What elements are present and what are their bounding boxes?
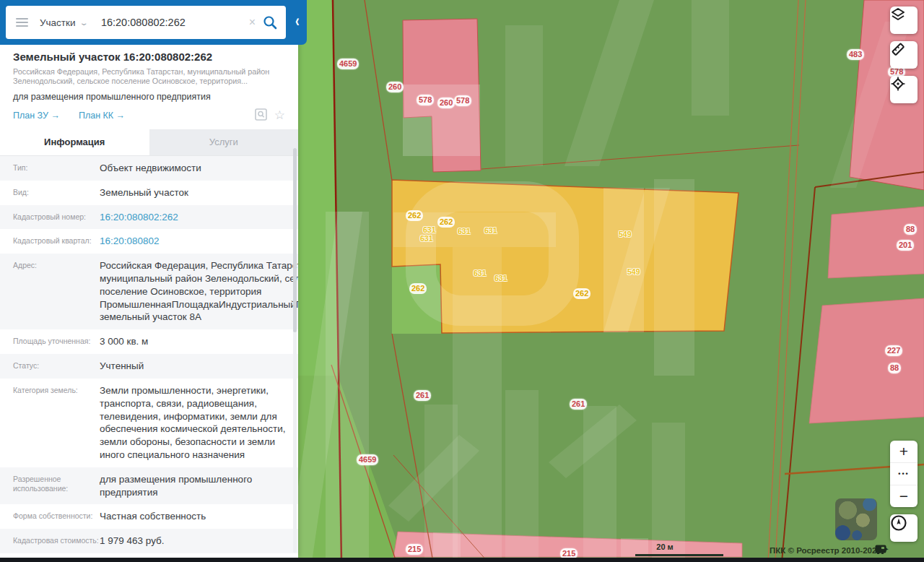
map-attribution: ПКК © Росреестр 2010-2024: [770, 546, 881, 555]
search-box: Участки ⌄ ×: [6, 6, 286, 39]
plan-links: План ЗУ → План КК → ☆: [13, 108, 285, 123]
parcel-subtitle: Российская Федерация, Республика Татарст…: [13, 67, 285, 87]
info-row: Кадастровый номер:16:20:080802:262: [0, 205, 298, 230]
scrollbar-thumb[interactable]: [293, 148, 297, 332]
row-label: Тип:: [13, 162, 100, 175]
preview-icon[interactable]: [255, 108, 267, 123]
row-value: для размещения промышленного предприятия: [100, 473, 288, 499]
row-label: Статус:: [13, 360, 100, 373]
parcel-label: 262: [409, 283, 427, 294]
menu-icon[interactable]: [16, 18, 28, 27]
row-label: Площадь уточненная:: [13, 335, 100, 348]
row-value: Учтенный: [100, 360, 288, 373]
parcel-label: 88: [904, 224, 917, 235]
parcel-label: 549: [618, 229, 632, 240]
attribution-icons: ✦: [875, 545, 896, 554]
row-value: Частная собственность: [100, 510, 288, 523]
zoom-out-button[interactable]: −: [890, 485, 918, 507]
parcel-label: 4659: [357, 454, 378, 465]
bottom-bar: [0, 558, 924, 562]
page-title: Земельный участок 16:20:080802:262: [13, 51, 285, 63]
parcel-label: 631: [494, 273, 508, 284]
info-row: Адрес:Российская Федерация, Республика Т…: [0, 254, 298, 329]
row-label: Категория земель:: [13, 384, 100, 462]
parcel-usage: для размещения промышленного предприятия: [13, 92, 285, 102]
info-row: Тип:Объект недвижимости: [0, 156, 298, 181]
tab-bar: Информация Услуги: [0, 129, 298, 156]
layers-button[interactable]: [890, 7, 918, 34]
info-row: Категория земель:Земли промышленности, э…: [0, 379, 298, 467]
info-row: Статус:Учтенный: [0, 354, 298, 379]
app-window: 4659260578260578483578882012278826126146…: [0, 0, 924, 562]
parcel-label: 215: [406, 544, 423, 555]
info-row: Кадастровая стоимость:1 979 463 руб.: [0, 529, 298, 553]
parcel-label: 227: [885, 345, 902, 356]
scale-bar-line: [635, 554, 723, 556]
info-row: Форма собственности:Частная собственност…: [0, 504, 298, 529]
parcel-label: 262: [437, 217, 455, 228]
parcel-label: 201: [897, 240, 914, 251]
search-icon[interactable]: [263, 15, 277, 30]
row-label: Адрес:: [13, 259, 100, 324]
zoom-in-button[interactable]: +: [890, 441, 918, 462]
parcel-label: 88: [888, 363, 901, 373]
parcel-label: 4659: [337, 59, 359, 69]
plan-kk-link[interactable]: План КК →: [79, 111, 125, 121]
row-value: Объект недвижимости: [100, 162, 288, 175]
search-category-label: Участки: [40, 17, 76, 28]
parcel-label: 631: [457, 226, 471, 237]
row-value-link[interactable]: 16:20:080802: [100, 235, 288, 248]
tab-services[interactable]: Услуги: [149, 129, 299, 155]
parcel-label: 578: [417, 95, 434, 105]
info-table: Тип:Объект недвижимостиВид:Земельный уча…: [0, 156, 298, 553]
row-value: Земли промышленности, энергетики, трансп…: [100, 384, 288, 462]
search-category-dropdown[interactable]: Участки ⌄: [40, 17, 87, 28]
search-header: Участки ⌄ × ‹: [0, 0, 307, 45]
info-row: Вид:Земельный участок: [0, 181, 298, 205]
parcel-label: 261: [570, 399, 587, 410]
row-label: Кадастровый квартал:: [13, 235, 100, 248]
info-row: Площадь уточненная:3 000 кв. м: [0, 329, 298, 354]
parcel-label: 262: [573, 288, 590, 299]
info-sidebar: Земельный участок 16:20:080802:262 Росси…: [0, 0, 298, 558]
row-label: Форма собственности:: [13, 510, 100, 523]
ruler-button[interactable]: [890, 41, 918, 69]
collapse-panel-icon[interactable]: ‹: [295, 12, 300, 32]
more-tools-button[interactable]: •••: [890, 462, 918, 485]
parcel-label: 483: [847, 49, 864, 60]
parcel-pink-right-2[interactable]: [809, 298, 924, 423]
parcel-label: 631: [484, 225, 498, 236]
row-label: Разрешенное использование:: [13, 473, 100, 499]
plan-zu-link[interactable]: План ЗУ →: [13, 111, 60, 121]
row-value: Земельный участок: [100, 186, 288, 199]
favorite-star-icon[interactable]: ☆: [274, 109, 285, 121]
row-value: Российская Федерация, Республика Татарст…: [100, 259, 298, 324]
clear-search-icon[interactable]: ×: [249, 16, 256, 29]
row-label: Кадастровый номер:: [13, 211, 100, 224]
minimap-thumbnail[interactable]: [835, 498, 877, 540]
parcel-label: 578: [454, 95, 471, 106]
row-value-link[interactable]: 16:20:080802:262: [100, 211, 288, 224]
row-value: 1 979 463 руб.: [100, 535, 288, 548]
parcel-label: 631: [419, 233, 434, 244]
parcel-label: 631: [473, 268, 487, 279]
parcel-label: 260: [437, 98, 455, 108]
locate-object-button[interactable]: [890, 76, 918, 103]
compass-button[interactable]: [890, 514, 918, 542]
parcel-label: 262: [406, 210, 423, 221]
parcel-label: 549: [627, 267, 641, 277]
zoom-controls: + ••• −: [890, 441, 918, 507]
row-label: Вид:: [13, 186, 100, 199]
scale-bar-label: 20 м: [634, 542, 696, 551]
search-input[interactable]: [100, 16, 249, 29]
parcel-label: 260: [386, 82, 404, 92]
row-value: 3 000 кв. м: [100, 335, 288, 348]
row-label: Кадастровая стоимость:: [13, 535, 100, 548]
sidebar-scrollbar[interactable]: [293, 148, 297, 553]
parcel-label: 261: [414, 390, 431, 401]
tab-information[interactable]: Информация: [0, 129, 149, 155]
info-row: Кадастровый квартал:16:20:080802: [0, 229, 298, 254]
chevron-down-icon: ⌄: [79, 19, 88, 27]
info-row: Разрешенное использование:для размещения…: [0, 467, 298, 505]
